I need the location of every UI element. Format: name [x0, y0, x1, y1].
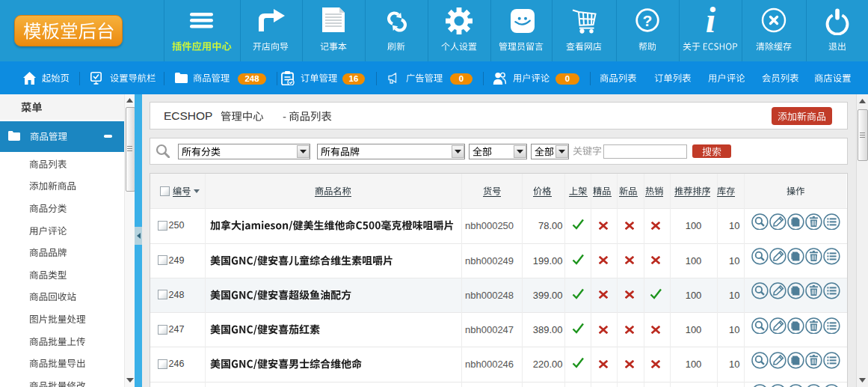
svg-text:?: ? [643, 12, 653, 29]
svg-text:i: i [706, 4, 716, 33]
